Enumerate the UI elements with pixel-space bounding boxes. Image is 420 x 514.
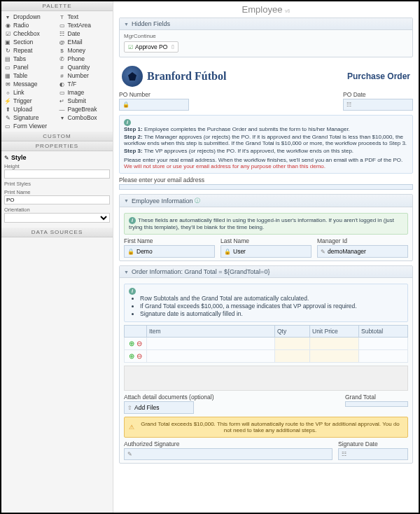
palette-item-icon: ◐ bbox=[59, 81, 66, 88]
orientation-select[interactable] bbox=[4, 213, 110, 223]
palette-message[interactable]: ✉Message bbox=[3, 80, 57, 88]
email-label: Please enter your email address bbox=[119, 176, 413, 183]
logo-row: Branford Fútbol Purchase Order bbox=[119, 62, 413, 91]
palette-signature[interactable]: ✎Signature bbox=[3, 113, 57, 122]
po-date-input[interactable]: ☷ bbox=[343, 99, 413, 111]
add-row-button[interactable]: ⊕ bbox=[129, 352, 134, 360]
soccer-ball-icon bbox=[122, 66, 143, 87]
lastname-label: Last Name bbox=[220, 237, 312, 244]
palette-money[interactable]: $Money bbox=[57, 46, 112, 55]
add-row-button[interactable]: ⊕ bbox=[129, 340, 134, 347]
order-info-header[interactable]: ▼Order Information: Grand Total = ${Gran… bbox=[120, 266, 412, 278]
style-row: ✎Style bbox=[4, 154, 110, 161]
palette-trigger[interactable]: ⚡Trigger bbox=[3, 97, 57, 105]
palette-item-icon: ▦ bbox=[4, 72, 11, 79]
datasources-header: DATA SOURCES bbox=[1, 228, 113, 237]
palette-item-icon: ▾ bbox=[4, 13, 11, 20]
info-icon: i bbox=[124, 119, 131, 126]
orientation-label: Orientation bbox=[4, 207, 110, 213]
palette-date[interactable]: ☷Date bbox=[57, 29, 112, 38]
palette-upload[interactable]: ⬆Upload bbox=[3, 105, 57, 113]
custom-header: CUSTOM bbox=[1, 132, 113, 141]
palette-submit[interactable]: ↵Submit bbox=[57, 97, 112, 105]
firstname-input[interactable]: 🔒Demo bbox=[124, 245, 215, 258]
upload-icon: ⇧ bbox=[127, 405, 132, 411]
managerid-input[interactable]: ✎demoManager bbox=[317, 245, 408, 258]
properties-header: PROPERTIES bbox=[1, 141, 113, 151]
remove-row-button[interactable]: ⊖ bbox=[136, 340, 142, 347]
managerid-label: Manager Id bbox=[317, 237, 408, 244]
palette-textarea[interactable]: ▭TextArea bbox=[57, 21, 112, 29]
sidebar: PALETTE ▾Dropdown◉Radio☑Checkbox▣Section… bbox=[1, 1, 113, 513]
palette-formviewer[interactable]: ▭Form Viewer bbox=[3, 122, 57, 130]
signature-label: Authorized Signature bbox=[124, 440, 332, 447]
palette-tabs[interactable]: ▤Tabs bbox=[3, 55, 57, 63]
delete-icon[interactable]: ▯ bbox=[172, 44, 174, 50]
palette-text[interactable]: TText bbox=[57, 13, 112, 21]
po-date-label: PO Date bbox=[343, 91, 413, 98]
palette-item-icon: ▭ bbox=[4, 64, 11, 71]
signature-input[interactable]: ✎ bbox=[124, 448, 332, 460]
sigdate-input[interactable]: ☷ bbox=[338, 448, 408, 460]
palette-item-icon: ↵ bbox=[59, 97, 66, 104]
upload-preview bbox=[124, 366, 408, 391]
palette-item-icon: $ bbox=[59, 47, 66, 54]
palette-pagebreak[interactable]: —PageBreak bbox=[57, 105, 112, 113]
palette-item-icon: ▤ bbox=[4, 55, 11, 62]
palette-radio[interactable]: ◉Radio bbox=[3, 21, 57, 29]
palette-item-icon: ▾ bbox=[59, 114, 66, 121]
palette-item-icon: # bbox=[59, 72, 66, 79]
palette-repeat[interactable]: ↻Repeat bbox=[3, 46, 57, 55]
col-item: Item bbox=[147, 326, 275, 338]
order-info-note: i Row Subtotals and the Grand Total are … bbox=[124, 284, 408, 322]
palette-link[interactable]: ⟐Link bbox=[3, 88, 57, 97]
palette: ▾Dropdown◉Radio☑Checkbox▣Section↻Repeat▤… bbox=[1, 11, 113, 132]
remove-row-button[interactable]: ⊖ bbox=[136, 352, 142, 360]
palette-table[interactable]: ▦Table bbox=[3, 71, 57, 80]
print-name-input[interactable] bbox=[4, 195, 110, 204]
email-input[interactable] bbox=[119, 184, 413, 190]
palette-item-icon: ▭ bbox=[59, 89, 66, 96]
check-icon: ☑ bbox=[128, 44, 133, 50]
palette-item-icon: ◉ bbox=[4, 22, 11, 29]
lastname-input[interactable]: 🔒User bbox=[220, 245, 312, 258]
palette-phone[interactable]: ✆Phone bbox=[57, 55, 112, 63]
palette-item-icon: ▣ bbox=[4, 39, 11, 46]
table-row: ⊕ ⊖ bbox=[125, 338, 408, 350]
height-input[interactable] bbox=[4, 169, 110, 179]
lock-icon: 🔒 bbox=[224, 249, 231, 255]
print-styles-label: Print Styles bbox=[4, 181, 110, 187]
page-title: Employee v6 bbox=[119, 1, 413, 18]
collapse-icon: ▼ bbox=[124, 198, 129, 203]
palette-quantity[interactable]: #Quantity bbox=[57, 63, 112, 71]
form-title: Purchase Order bbox=[347, 71, 410, 81]
add-files-button[interactable]: ⇧Add Files bbox=[124, 401, 194, 414]
palette-item-icon: — bbox=[59, 106, 66, 113]
po-number-input[interactable]: 🔒 bbox=[119, 99, 189, 111]
approve-po-chip[interactable]: ☑Approve PO▯ bbox=[124, 41, 178, 53]
palette-t/f[interactable]: ◐T/F bbox=[57, 80, 112, 88]
palette-item-icon: ▭ bbox=[59, 22, 66, 29]
collapse-icon: ▼ bbox=[124, 22, 129, 27]
palette-section[interactable]: ▣Section bbox=[3, 38, 57, 46]
pencil-icon: ✎ bbox=[127, 451, 132, 457]
edit-icon: ✎ bbox=[321, 249, 326, 255]
canvas: Employee v6 ▼Hidden Fields MgrContinue ☑… bbox=[113, 1, 419, 513]
palette-dropdown[interactable]: ▾Dropdown bbox=[3, 13, 57, 21]
employee-info-note: iThese fields are automatically filled i… bbox=[124, 213, 408, 235]
vp-approval-warning: ⚠Grand Total exceeds $10,000. This form … bbox=[124, 417, 408, 438]
palette-email[interactable]: @EMail bbox=[57, 38, 112, 46]
col-price: Unit Price bbox=[310, 326, 359, 338]
palette-image[interactable]: ▭Image bbox=[57, 88, 112, 97]
palette-item-icon: ↻ bbox=[4, 47, 11, 54]
employee-info-header[interactable]: ▼Employee Informationⓘ bbox=[120, 195, 412, 207]
palette-panel[interactable]: ▭Panel bbox=[3, 63, 57, 71]
print-name-label: Print Name bbox=[4, 189, 110, 195]
palette-checkbox[interactable]: ☑Checkbox bbox=[3, 29, 57, 38]
hidden-fields-header[interactable]: ▼Hidden Fields bbox=[120, 18, 412, 30]
firstname-label: First Name bbox=[124, 237, 215, 244]
palette-number[interactable]: #Number bbox=[57, 71, 112, 80]
palette-combobox[interactable]: ▾ComboBox bbox=[57, 113, 112, 122]
hidden-fields-section: ▼Hidden Fields MgrContinue ☑Approve PO▯ bbox=[119, 18, 413, 57]
pencil-icon: ✎ bbox=[4, 155, 9, 161]
